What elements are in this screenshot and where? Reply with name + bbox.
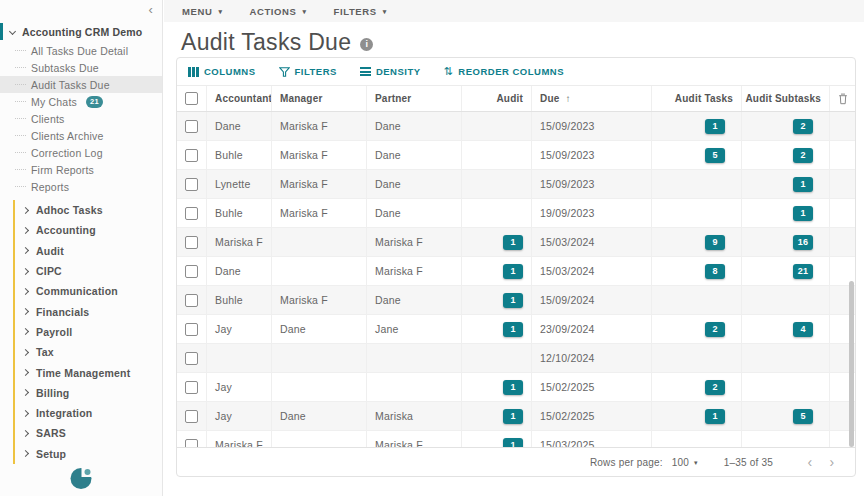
sidebar-item[interactable]: Clients Archive xyxy=(0,127,162,144)
row-checkbox[interactable] xyxy=(185,120,198,133)
count-badge[interactable]: 2 xyxy=(793,148,813,163)
count-badge[interactable]: 1 xyxy=(793,206,813,221)
row-checkbox[interactable] xyxy=(185,352,198,365)
next-page-button[interactable]: › xyxy=(821,454,843,470)
cell-accountant: Dane xyxy=(207,257,272,285)
count-badge[interactable]: 1 xyxy=(705,409,725,424)
sidebar-root-group[interactable]: Accounting CRM Demo xyxy=(0,23,162,40)
vertical-scrollbar-thumb[interactable] xyxy=(849,281,854,447)
sidebar-item-label: All Tasks Due Detail xyxy=(31,45,128,57)
sidebar-item-label: Firm Reports xyxy=(31,164,94,176)
cell-audit: 1 xyxy=(462,228,532,256)
cell-audit-tasks: 5 xyxy=(652,141,742,169)
count-badge[interactable]: 1 xyxy=(503,264,523,279)
row-checkbox[interactable] xyxy=(185,149,198,162)
count-badge[interactable]: 9 xyxy=(705,235,725,250)
menu-dropdown[interactable]: MENU ▾ xyxy=(182,6,223,17)
density-button[interactable]: DENSITY xyxy=(360,66,421,77)
column-header-partner[interactable]: Partner xyxy=(367,86,462,111)
count-badge[interactable]: 8 xyxy=(705,264,725,279)
rows-per-page-select[interactable]: 100 ▾ xyxy=(672,457,698,468)
count-badge[interactable]: 16 xyxy=(793,235,813,250)
column-header-audit-subtasks[interactable]: Audit Subtasks xyxy=(742,86,830,111)
filters-dropdown[interactable]: FILTERS ▾ xyxy=(334,6,387,17)
tree-guide-line xyxy=(15,135,26,136)
sidebar-item[interactable]: Firm Reports xyxy=(0,161,162,178)
sidebar-item[interactable]: Audit Tasks Due xyxy=(0,76,162,93)
sidebar-group[interactable]: Accounting xyxy=(15,220,162,240)
sidebar-group[interactable]: Integration xyxy=(15,403,162,423)
sidebar-group[interactable]: Tax xyxy=(15,342,162,362)
row-checkbox[interactable] xyxy=(185,294,198,307)
row-checkbox[interactable] xyxy=(185,410,198,423)
sidebar-group[interactable]: Setup xyxy=(15,444,162,464)
row-checkbox[interactable] xyxy=(185,381,198,394)
count-badge[interactable]: 5 xyxy=(793,409,813,424)
count-badge[interactable]: 1 xyxy=(705,119,725,134)
cell-due: 15/09/2023 xyxy=(532,112,652,140)
table-row: Mariska F Mariska F 1 15/03/2024 9 16 xyxy=(177,228,855,257)
column-header-actions[interactable] xyxy=(830,86,855,111)
sidebar-group-label: Payroll xyxy=(36,326,72,338)
header-select-all-cell xyxy=(177,86,207,111)
sidebar-group[interactable]: Time Management xyxy=(15,362,162,382)
column-header-audit[interactable]: Audit xyxy=(462,86,532,111)
cell-manager: Dane xyxy=(272,315,367,343)
row-checkbox[interactable] xyxy=(185,265,198,278)
sidebar-group[interactable]: Billing xyxy=(15,383,162,403)
info-icon[interactable]: i xyxy=(360,38,373,51)
select-all-checkbox[interactable] xyxy=(185,92,198,105)
count-badge[interactable]: 2 xyxy=(705,380,725,395)
row-checkbox[interactable] xyxy=(185,236,198,249)
cell-partner: Mariska F xyxy=(367,257,462,285)
grid-footer: Rows per page: 100 ▾ 1–35 of 35 ‹ › xyxy=(177,447,855,476)
count-badge[interactable]: 2 xyxy=(705,322,725,337)
row-checkbox[interactable] xyxy=(185,439,198,448)
density-icon xyxy=(360,67,371,76)
rows-per-page-label: Rows per page: xyxy=(590,457,663,468)
reorder-columns-button[interactable]: ⇅ REORDER COLUMNS xyxy=(444,66,564,77)
collapse-sidebar-icon[interactable]: ‹ xyxy=(148,3,153,17)
row-checkbox[interactable] xyxy=(185,323,198,336)
sidebar-group[interactable]: Payroll xyxy=(15,322,162,342)
cell-audit: 1 xyxy=(462,315,532,343)
sidebar-item[interactable]: Correction Log xyxy=(0,144,162,161)
column-header-audit-tasks[interactable]: Audit Tasks xyxy=(652,86,742,111)
sidebar-group[interactable]: Adhoc Tasks xyxy=(15,200,162,220)
previous-page-button[interactable]: ‹ xyxy=(799,454,821,470)
cell-due: 15/02/2025 xyxy=(532,373,652,401)
count-badge[interactable]: 1 xyxy=(503,235,523,250)
cell-audit xyxy=(462,199,532,227)
count-badge[interactable]: 1 xyxy=(503,293,523,308)
sidebar-group[interactable]: Financials xyxy=(15,301,162,321)
row-checkbox-cell xyxy=(177,257,207,285)
count-badge[interactable]: 1 xyxy=(503,409,523,424)
sidebar-item[interactable]: Subtasks Due xyxy=(0,59,162,76)
sidebar-item[interactable]: My Chats 21 xyxy=(0,93,162,110)
sidebar-group[interactable]: Communication xyxy=(15,281,162,301)
count-badge[interactable]: 1 xyxy=(503,438,523,448)
columns-button[interactable]: COLUMNS xyxy=(188,66,256,77)
column-header-due[interactable]: Due ↑ xyxy=(532,86,652,111)
count-badge[interactable]: 1 xyxy=(503,322,523,337)
sidebar-group[interactable]: Audit xyxy=(15,241,162,261)
filters-button[interactable]: FILTERS xyxy=(279,66,337,77)
cell-accountant: Mariska F xyxy=(207,431,272,447)
count-badge[interactable]: 4 xyxy=(793,322,813,337)
count-badge[interactable]: 21 xyxy=(793,264,813,279)
count-badge[interactable]: 2 xyxy=(793,119,813,134)
sidebar-group[interactable]: SARS xyxy=(15,423,162,443)
column-header-accountant[interactable]: Accountant xyxy=(207,86,272,111)
count-badge[interactable]: 5 xyxy=(705,148,725,163)
chevron-right-icon xyxy=(22,267,29,274)
count-badge[interactable]: 1 xyxy=(793,177,813,192)
sidebar-item[interactable]: All Tasks Due Detail xyxy=(0,42,162,59)
row-checkbox[interactable] xyxy=(185,207,198,220)
column-header-manager[interactable]: Manager xyxy=(272,86,367,111)
row-checkbox[interactable] xyxy=(185,178,198,191)
actions-dropdown[interactable]: ACTIONS ▾ xyxy=(250,6,307,17)
count-badge[interactable]: 1 xyxy=(503,380,523,395)
sidebar-item[interactable]: Reports xyxy=(0,178,162,195)
sidebar-group[interactable]: CIPC xyxy=(15,261,162,281)
sidebar-item[interactable]: Clients xyxy=(0,110,162,127)
